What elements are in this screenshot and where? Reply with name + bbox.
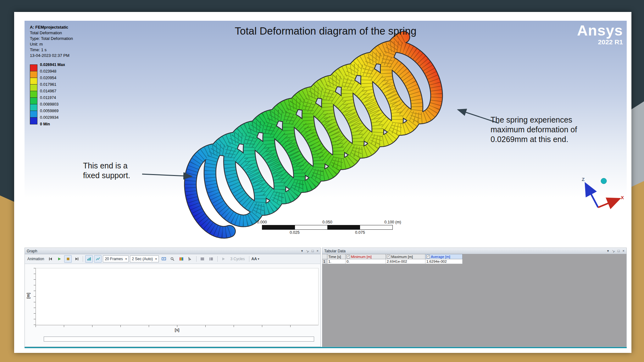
y-axis-label: [m]: [26, 293, 31, 299]
legend-band: [30, 98, 37, 104]
contour-bands-button[interactable]: [178, 255, 185, 263]
legend-value-max: 0.026941 Max: [40, 63, 65, 67]
graph-plot-area: [36, 268, 319, 325]
line-chart-toggle[interactable]: [94, 255, 102, 263]
result-timestamp: 13-04-2023 02:37 PM: [30, 53, 73, 58]
export-video-button[interactable]: [160, 255, 168, 263]
scale-segment: [327, 225, 360, 229]
fixed-support-arrow: [142, 174, 192, 176]
aa-label: AA: [252, 257, 257, 261]
frames-value: 20 Frames: [105, 257, 123, 261]
zoom-button[interactable]: [169, 255, 176, 263]
x-axis-ticks: [36, 325, 319, 327]
play-icon: [57, 257, 61, 261]
scale-segment: [262, 225, 295, 229]
scale-label: 0.050: [322, 220, 332, 224]
play-button[interactable]: [55, 255, 63, 263]
maximum-header-label: Maximum [m]: [391, 255, 413, 259]
x-axis-arrow: [598, 199, 618, 207]
legend-band: [30, 65, 37, 71]
z-axis-arrow: [586, 185, 598, 207]
index-header: [322, 254, 327, 259]
chevron-down-icon: ▾: [125, 257, 127, 261]
table-row[interactable]: 1 1. 0. 2.6941e-002 1.6294e-002: [322, 259, 463, 264]
orientation-triad[interactable]: Z X: [569, 172, 626, 215]
timeline-slider[interactable]: [44, 337, 314, 342]
slide-divider-line: [25, 347, 627, 348]
frames-select[interactable]: 20 Frames ▾: [103, 255, 129, 262]
tabular-titlebar: Tabular Data ▾ ⊤ □ ×: [322, 248, 626, 254]
panel-menu-icon[interactable]: ▾: [301, 249, 303, 253]
average-cell: 1.6294e-002: [425, 259, 463, 264]
legend-band: [30, 85, 37, 91]
legend-band: [30, 78, 37, 85]
legend-value-min: 0 Min: [40, 122, 50, 126]
duration-select[interactable]: 2 Sec (Auto) ▾: [130, 255, 158, 262]
tabular-body: Time [s] ✓ Minimum [m] ✓ Maximum [m] ✓ A…: [322, 254, 626, 347]
x-axis-label: X: [621, 195, 624, 200]
probe-button[interactable]: [186, 255, 194, 263]
legend-band: [30, 91, 37, 98]
float-icon[interactable]: □: [312, 249, 314, 253]
legend-value: 0.014967: [40, 89, 56, 93]
checkbox-checked-icon[interactable]: ✓: [387, 255, 390, 258]
loop-button[interactable]: [220, 255, 227, 263]
pin-icon[interactable]: ⊤: [305, 249, 310, 253]
z-axis-label: Z: [582, 177, 585, 182]
graph-panel-title: Graph: [27, 249, 301, 253]
minimum-header-label: Minimum [m]: [351, 255, 372, 259]
result-type: Type: Total Deformation: [30, 36, 73, 41]
spring-contour-body: [190, 37, 436, 232]
line-chart-icon: [96, 257, 100, 261]
maximum-cell: 2.6941e-002: [386, 259, 425, 264]
pin-icon[interactable]: ⊤: [611, 249, 616, 253]
ansys-logo-text: Ansys: [577, 23, 623, 38]
skip-to-start-button[interactable]: [47, 255, 54, 263]
ansys-viewport[interactable]: Total Deformation diagram of the spring …: [25, 21, 627, 248]
close-icon[interactable]: ×: [623, 249, 625, 253]
scale-bar-ruler: [262, 225, 393, 230]
rows-icon: [200, 257, 204, 261]
scale-bar-bottom-labels: 0.025 0.075: [262, 230, 393, 235]
animation-toolbar: Animation 20 Frames ▾: [25, 254, 320, 264]
magnifier-icon: [170, 257, 175, 261]
loop-play-icon: [221, 257, 225, 261]
row-index-cell: 1: [322, 259, 327, 264]
font-size-control[interactable]: AA ▾: [252, 257, 259, 261]
chart-grid-button[interactable]: [199, 255, 206, 263]
stop-button[interactable]: [64, 255, 72, 263]
skip-to-end-button[interactable]: [73, 255, 80, 263]
legend-value: 0.011974: [40, 96, 56, 100]
legend-value: 0.0059869: [40, 109, 58, 113]
float-icon[interactable]: □: [618, 249, 620, 253]
contour-bands-icon: [179, 257, 183, 261]
minimum-cell: 0.: [346, 259, 386, 264]
cycles-label: 3 Cycles: [230, 257, 245, 261]
toolbar-separator: [217, 256, 218, 262]
chevron-down-icon: ▾: [258, 257, 259, 261]
checkbox-checked-icon[interactable]: ✓: [347, 255, 350, 258]
list-icon: [209, 257, 213, 261]
scale-segment: [360, 225, 393, 229]
scale-segment: [295, 225, 328, 229]
legend-band: [30, 111, 37, 118]
maximum-header: ✓ Maximum [m]: [386, 254, 425, 259]
chart-legend-button[interactable]: [208, 255, 215, 263]
legend-color-bar: [30, 64, 37, 124]
probe-icon: [188, 257, 192, 261]
slide: Total Deformation diagram of the spring …: [14, 12, 631, 353]
chart-view-toggle[interactable]: [85, 255, 93, 263]
tabular-data-panel: Tabular Data ▾ ⊤ □ × Time [s] ✓ Minimum …: [322, 248, 627, 347]
checkbox-checked-icon[interactable]: ✓: [426, 255, 430, 258]
legend-band: [30, 104, 37, 111]
chevron-down-icon: ▾: [155, 257, 157, 261]
panel-menu-icon[interactable]: ▾: [607, 249, 609, 253]
y-axis-sphere: [601, 178, 607, 184]
result-name: Total Deformation: [30, 30, 73, 36]
ansys-release-label: 2022 R1: [577, 38, 623, 46]
close-icon[interactable]: ×: [317, 249, 319, 253]
minimum-header: ✓ Minimum [m]: [346, 254, 386, 259]
annotation-max-deformation: The spring experiences maximum deformati…: [491, 115, 600, 144]
tabular-table: Time [s] ✓ Minimum [m] ✓ Maximum [m] ✓ A…: [322, 254, 463, 264]
analysis-name: A: FEMprojectstatic: [30, 25, 73, 30]
